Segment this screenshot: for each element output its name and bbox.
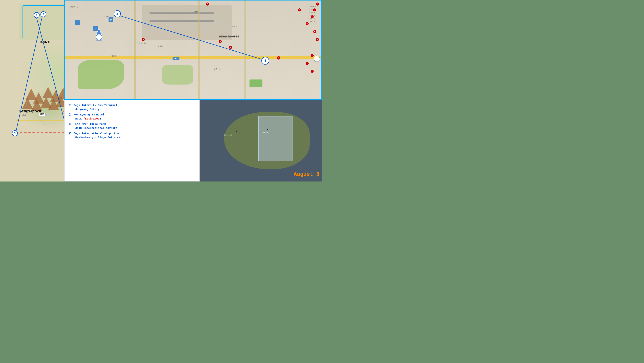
mini-map: Gaigeturi Jeju-si August 8 xyxy=(200,100,322,182)
info-from-3: PLAY KPOP Theme Park → xyxy=(74,122,117,126)
info-to-2: NULL (Estimated) xyxy=(74,117,108,121)
info-from-1: Jeju Intercity Bus Terminal → xyxy=(74,103,120,108)
stadium xyxy=(250,80,262,88)
kr-label-4: 월성로 xyxy=(157,45,163,48)
plus-marker-1: + xyxy=(206,2,209,6)
road-vertical-2 xyxy=(198,0,200,99)
mini-label-gaigeturi: Gaigeturi xyxy=(224,134,232,136)
info-estimated: ( xyxy=(83,117,85,120)
main-road-horizontal xyxy=(65,56,322,59)
info-to-1: Jung-ang Rotary xyxy=(74,108,120,112)
info-to-text-3: Jeju International Airport xyxy=(75,127,117,130)
plus-marker-11: + xyxy=(311,54,314,57)
info-to-text-1: Jung-ang Rotary xyxy=(75,108,100,111)
parking-p3: P xyxy=(108,17,113,22)
info-num-4: ④ xyxy=(68,132,74,136)
kr-label-6: 종합운동장입구사거리 xyxy=(219,35,239,38)
kr-label-9: 공항로 xyxy=(193,10,199,13)
road-1132-badge: 1132 xyxy=(172,57,180,60)
jeju-si-label: Jeju-si xyxy=(39,40,50,44)
plus-marker-4: + xyxy=(298,8,301,12)
info-from-2: New Kyoungnam Hotel → xyxy=(74,113,108,117)
road-1115-badge: 1115 xyxy=(39,112,46,116)
jeju-si-box xyxy=(22,6,71,38)
plus-marker-13: + xyxy=(311,70,314,73)
parking-p1: P xyxy=(75,20,80,25)
info-num-2: ② xyxy=(68,113,74,117)
info-from-text-2: New Kyoungnam Hotel → xyxy=(74,113,108,116)
info-from-text-4: Jeju International Airport → xyxy=(74,132,119,135)
mini-label-jeju-si: Jeju-si xyxy=(263,131,269,133)
info-to-3: Jeju International Airport xyxy=(74,126,117,130)
seogwipo-label: Seogwipo-si 서귀포시 xyxy=(19,109,41,116)
info-paren-close: ) xyxy=(100,117,101,120)
runway-strip-2 xyxy=(150,20,214,22)
info-item-2: ② New Kyoungnam Hotel → NULL (Estimated) xyxy=(68,113,196,121)
info-item-4: ④ Jeju International Airport → NewSeoGwa… xyxy=(68,132,196,140)
airport-runway xyxy=(142,6,232,40)
seogwipo-text: Seogwipo-si xyxy=(19,109,41,113)
info-from-text-1: Jeju Intercity Bus Terminal → xyxy=(74,104,120,107)
info-to-4: NewSeoGwang Village Entrance xyxy=(74,136,120,140)
info-num-1: ① xyxy=(68,103,74,108)
plus-marker-12: + xyxy=(306,62,309,65)
kr-label-5: 용문로 xyxy=(232,25,237,28)
road-1132-label: 1132 xyxy=(174,57,178,60)
kr-label-3: 서광로 xyxy=(111,55,116,57)
park-2 xyxy=(162,65,193,84)
info-from-4: Jeju International Airport → xyxy=(74,132,120,136)
runway-strip-1 xyxy=(150,12,214,14)
kr-labels-right: 삼도일동 서사로4길 서사로6길 서사로8길 서사로14길 서사로16길 xyxy=(308,6,316,23)
info-item-3: ③ PLAY KPOP Theme Park → Jeju Internatio… xyxy=(68,122,196,130)
info-to-text-4: NewSeoGwang Village Entrance xyxy=(75,136,120,139)
road-number-label: 1115 xyxy=(40,113,44,116)
road-vertical-3 xyxy=(244,0,246,99)
info-to-text-2: NULL xyxy=(75,117,82,120)
info-num-3: ③ xyxy=(68,122,74,126)
info-box: ① Jeju Intercity Bus Terminal → Jung-ang… xyxy=(64,100,200,182)
mini-island-highlight xyxy=(258,116,292,161)
info-item-1: ① Jeju Intercity Bus Terminal → Jung-ang… xyxy=(68,103,196,112)
kr-label-1: 공항로1길 xyxy=(70,6,78,8)
seogwipo-kr: 서귀포시 xyxy=(19,113,41,116)
park-1 xyxy=(78,60,124,90)
parking-p2: P xyxy=(93,26,98,31)
info-from-text-3: PLAY KPOP Theme Park → xyxy=(74,123,109,126)
plus-marker-2: + xyxy=(316,2,319,6)
plus-marker-6: + xyxy=(306,22,309,25)
august-label: August 8 xyxy=(294,171,320,178)
road-vertical-1 xyxy=(134,0,136,99)
kr-label-2: 교차로 xyxy=(103,15,109,18)
detail-map: 1132 공항로1길 교차로 서광로 월성로 용문로 종합운동장입구사거리 오라… xyxy=(64,0,322,100)
estimated-text: Estimated xyxy=(85,117,100,120)
kr-label-8: 오라이동 xyxy=(214,68,221,70)
kr-label-7: 오라오거리 xyxy=(137,42,146,44)
